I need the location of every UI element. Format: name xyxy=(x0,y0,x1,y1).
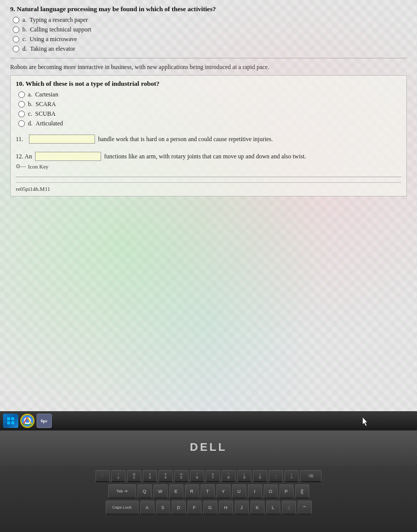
key-k[interactable]: K xyxy=(250,501,265,515)
q10-label-a: a. xyxy=(28,91,32,98)
key-d[interactable]: D xyxy=(172,501,186,515)
q10-option-a[interactable]: a. Cartesian xyxy=(16,91,401,98)
separator-1 xyxy=(10,58,407,58)
key-j[interactable]: J xyxy=(235,501,249,515)
key-9[interactable]: (9 xyxy=(237,470,251,482)
key-minus[interactable]: _- xyxy=(269,470,283,482)
key-4[interactable]: $4 xyxy=(158,470,173,482)
q9-option-c[interactable]: c. Using a microwave xyxy=(10,36,407,43)
key-backspace[interactable]: ⌫ xyxy=(300,470,322,482)
q10-option-b[interactable]: b. SCARA xyxy=(16,101,401,108)
key-equals[interactable]: += xyxy=(284,470,299,482)
key-backtick[interactable]: ~` xyxy=(95,470,110,482)
svg-rect-1 xyxy=(11,417,14,420)
q11-number: 11. xyxy=(16,136,26,143)
svg-rect-2 xyxy=(7,421,10,424)
q11-input[interactable] xyxy=(29,135,95,144)
q10-text-b: SCARA xyxy=(36,101,56,108)
q9-option-b[interactable]: b. Calling technical support xyxy=(10,26,407,34)
key-0[interactable]: )0 xyxy=(253,470,267,482)
content-area: 9. Natural language processing may be fo… xyxy=(0,0,417,411)
key-2[interactable]: @2 xyxy=(127,470,141,482)
q9-radio-d[interactable] xyxy=(13,46,19,52)
q11-after-text: handle work that is hard on a person and… xyxy=(98,136,273,143)
chrome-icon xyxy=(22,415,33,426)
asdf-row: Caps Lock A S D F G H J K L :; "' xyxy=(106,501,312,515)
cursor xyxy=(362,416,369,428)
question-10-title: 10. Which of these is not a type of indu… xyxy=(16,80,401,88)
key-icon: ⊙— xyxy=(16,163,26,170)
key-i[interactable]: I xyxy=(248,484,262,498)
q10-option-d[interactable]: d. Articulated xyxy=(16,120,401,127)
q12-after-text: functions like an arm, with rotary joint… xyxy=(104,153,306,160)
key-y[interactable]: Y xyxy=(216,484,231,498)
cursor-icon xyxy=(362,416,369,426)
q9-label-b: b. xyxy=(22,26,27,34)
app-button[interactable]: 6pc xyxy=(37,414,52,428)
keyboard-area: ~` !1 @2 #3 $4 %5 ^6 &7 *8 (9 )0 _- += ⌫… xyxy=(0,466,417,532)
key-1[interactable]: !1 xyxy=(111,470,125,482)
key-g[interactable]: G xyxy=(203,501,217,515)
q10-radio-c[interactable] xyxy=(18,111,25,117)
laptop-body: DELL ~` !1 @2 #3 $4 %5 ^6 &7 *8 (9 )0 _-… xyxy=(0,430,417,532)
key-q[interactable]: Q xyxy=(138,484,152,498)
key-u[interactable]: U xyxy=(232,484,246,498)
q9-label-a: a. xyxy=(22,16,26,24)
key-capslock[interactable]: Caps Lock xyxy=(106,501,139,515)
key-s[interactable]: S xyxy=(156,501,170,515)
key-tab[interactable]: Tab ⇥ xyxy=(108,484,136,498)
key-l[interactable]: L xyxy=(266,501,280,515)
svg-marker-7 xyxy=(363,417,367,426)
svg-rect-0 xyxy=(7,417,10,420)
q9-text-c: Using a microwave xyxy=(29,36,77,43)
key-h[interactable]: H xyxy=(219,501,233,515)
q12-input[interactable] xyxy=(35,152,101,161)
q9-text-a: Typing a research paper xyxy=(29,16,88,24)
icon-key-row: ⊙— Icon Key xyxy=(16,161,401,172)
q9-radio-b[interactable] xyxy=(13,26,19,33)
svg-rect-3 xyxy=(11,421,14,424)
question-10-block: 10. Which of these is not a type of indu… xyxy=(10,75,407,196)
key-bracket-open[interactable]: {[ xyxy=(295,484,309,498)
q10-radio-b[interactable] xyxy=(18,101,25,108)
app-label: 6pc xyxy=(41,418,48,423)
q10-text-c: SCUBA xyxy=(35,110,55,118)
passage-text: Robots are becoming more interactive in … xyxy=(10,63,407,71)
key-5[interactable]: %5 xyxy=(174,470,188,482)
q10-option-c[interactable]: c. SCUBA xyxy=(16,110,401,118)
key-a[interactable]: A xyxy=(140,501,154,515)
key-f[interactable]: F xyxy=(187,501,202,515)
key-t[interactable]: T xyxy=(201,484,215,498)
qwerty-row: Tab ⇥ Q W E R T Y U I O P {[ xyxy=(108,484,309,498)
windows-icon xyxy=(7,417,15,425)
q9-option-a[interactable]: a. Typing a research paper xyxy=(10,16,407,24)
q9-radio-c[interactable] xyxy=(13,36,19,43)
key-6[interactable]: ^6 xyxy=(190,470,204,482)
separator-2 xyxy=(16,177,401,177)
q9-radio-a[interactable] xyxy=(13,17,19,23)
q12-row: 12. An functions like an arm, with rotar… xyxy=(16,152,401,161)
key-e[interactable]: E xyxy=(169,484,183,498)
question-9-title: 9. Natural language processing may be fo… xyxy=(10,5,407,13)
key-r[interactable]: R xyxy=(185,484,199,498)
key-7[interactable]: &7 xyxy=(206,470,220,482)
key-8[interactable]: *8 xyxy=(221,470,236,482)
chrome-button[interactable] xyxy=(20,414,35,428)
dell-logo: DELL xyxy=(190,441,227,454)
q9-label-c: c. xyxy=(22,36,26,43)
icon-key-label: Icon Key xyxy=(28,163,49,170)
key-quote[interactable]: "' xyxy=(298,501,312,515)
q10-radio-d[interactable] xyxy=(18,120,25,127)
key-3[interactable]: #3 xyxy=(143,470,157,482)
fill-in-section: 11. handle work that is hard on a person… xyxy=(16,135,401,161)
q10-text-a: Cartesian xyxy=(35,91,58,98)
key-p[interactable]: P xyxy=(279,484,294,498)
number-row: ~` !1 @2 #3 $4 %5 ^6 &7 *8 (9 )0 _- += ⌫ xyxy=(95,470,322,482)
q9-option-d[interactable]: d. Taking an elevator xyxy=(10,45,407,53)
windows-start-button[interactable] xyxy=(3,414,18,428)
q10-radio-a[interactable] xyxy=(18,91,25,98)
q12-number: 12. An xyxy=(16,153,32,160)
key-w[interactable]: W xyxy=(153,484,168,498)
key-semicolon[interactable]: :; xyxy=(282,501,296,515)
key-o[interactable]: O xyxy=(264,484,278,498)
